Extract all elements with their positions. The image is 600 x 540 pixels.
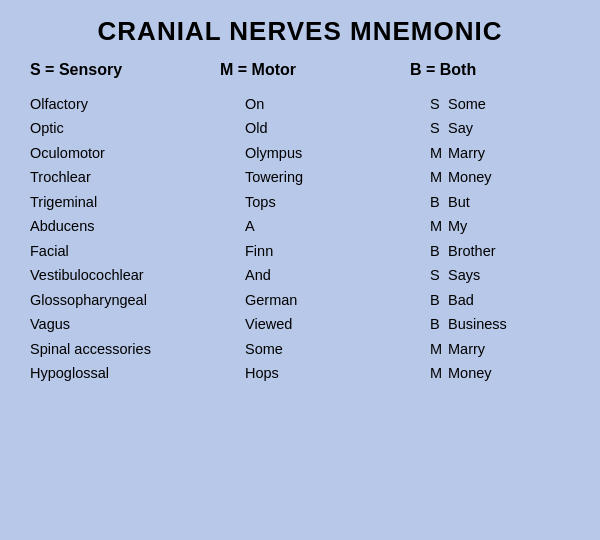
type-word: Business [448, 313, 580, 335]
type-entry: BBusiness [430, 313, 580, 335]
nerve-name: Vestibulocochlear [30, 264, 144, 286]
type-entry: MMoney [430, 166, 580, 188]
nerve-name: Optic [30, 117, 64, 139]
legend-both: B = Both [390, 61, 580, 79]
mnemonic-word: Viewed [245, 313, 292, 335]
mnemonic-entry: Towering [245, 166, 410, 188]
type-letter: B [430, 191, 448, 213]
nerve-entry: Hypoglossal [30, 362, 225, 384]
nerve-entry: Trochlear [30, 166, 225, 188]
type-letter: S [430, 117, 448, 139]
nerve-entry: Oculomotor [30, 142, 225, 164]
nerve-name: Facial [30, 240, 69, 262]
nerve-name: Glossopharyngeal [30, 289, 147, 311]
nerve-name: Oculomotor [30, 142, 105, 164]
nerve-entry: Facial [30, 240, 225, 262]
mnemonic-word: Olympus [245, 142, 302, 164]
mnemonic-word: Towering [245, 166, 303, 188]
type-letter: M [430, 215, 448, 237]
mnemonic-word: On [245, 93, 264, 115]
type-entry: BBrother [430, 240, 580, 262]
nerve-name: Abducens [30, 215, 95, 237]
mnemonic-entry: On [245, 93, 410, 115]
type-word: Says [448, 264, 580, 286]
type-letter: M [430, 362, 448, 384]
type-letter: B [430, 289, 448, 311]
type-letter: B [430, 240, 448, 262]
type-word: Money [448, 166, 580, 188]
mnemonic-entry: A [245, 215, 410, 237]
mnemonic-word: Hops [245, 362, 279, 384]
type-word: Some [448, 93, 580, 115]
mnemonic-entry: And [245, 264, 410, 286]
mnemonic-entry: German [245, 289, 410, 311]
type-entry: MMarry [430, 338, 580, 360]
nerves-column: OlfactoryOpticOculomotorTrochlearTrigemi… [20, 93, 225, 385]
mnemonic-entry: Finn [245, 240, 410, 262]
mnemonic-entry: Some [245, 338, 410, 360]
type-entry: BBut [430, 191, 580, 213]
type-letter: M [430, 166, 448, 188]
nerve-name: Hypoglossal [30, 362, 109, 384]
mnemonic-word: A [245, 215, 255, 237]
mnemonic-entry: Olympus [245, 142, 410, 164]
type-letter: M [430, 338, 448, 360]
type-entry: BBad [430, 289, 580, 311]
type-entry: SSays [430, 264, 580, 286]
nerve-entry: Abducens [30, 215, 225, 237]
legend-row: S = Sensory M = Motor B = Both [20, 61, 580, 79]
type-entry: MMoney [430, 362, 580, 384]
type-letter: B [430, 313, 448, 335]
mnemonic-entry: Hops [245, 362, 410, 384]
nerve-entry: Optic [30, 117, 225, 139]
type-entry: MMarry [430, 142, 580, 164]
nerve-name: Trochlear [30, 166, 91, 188]
nerve-entry: Spinal accessories [30, 338, 225, 360]
type-word: Say [448, 117, 580, 139]
type-word: Brother [448, 240, 580, 262]
nerve-name: Spinal accessories [30, 338, 151, 360]
mnemonic-word: German [245, 289, 297, 311]
type-word: But [448, 191, 580, 213]
mnemonic-word: Finn [245, 240, 273, 262]
mnemonic-word: Tops [245, 191, 276, 213]
nerve-entry: Glossopharyngeal [30, 289, 225, 311]
type-letter: S [430, 93, 448, 115]
type-word: Bad [448, 289, 580, 311]
type-entry: SSay [430, 117, 580, 139]
type-word: Marry [448, 338, 580, 360]
nerve-entry: Vestibulocochlear [30, 264, 225, 286]
nerve-name: Olfactory [30, 93, 88, 115]
mnemonic-word: Some [245, 338, 283, 360]
type-letter: M [430, 142, 448, 164]
main-container: CRANIAL NERVES MNEMONIC S = Sensory M = … [0, 0, 600, 540]
type-word: Money [448, 362, 580, 384]
page-title: CRANIAL NERVES MNEMONIC [20, 16, 580, 47]
type-entry: SSome [430, 93, 580, 115]
mnemonic-word: And [245, 264, 271, 286]
nerve-entry: Olfactory [30, 93, 225, 115]
mnemonic-word: Old [245, 117, 268, 139]
mnemonic-entry: Viewed [245, 313, 410, 335]
nerve-entry: Vagus [30, 313, 225, 335]
type-word: Marry [448, 142, 580, 164]
type-column: SSomeSSayMMarryMMoneyBButMMyBBrotherSSay… [410, 93, 580, 385]
legend-motor: M = Motor [200, 61, 390, 79]
nerve-name: Vagus [30, 313, 70, 335]
type-entry: MMy [430, 215, 580, 237]
type-letter: S [430, 264, 448, 286]
legend-sensory: S = Sensory [20, 61, 200, 79]
mnemonic-entry: Old [245, 117, 410, 139]
mnemonic-column: OnOldOlympusToweringTopsAFinnAndGermanVi… [225, 93, 410, 385]
content-columns: OlfactoryOpticOculomotorTrochlearTrigemi… [20, 93, 580, 385]
nerve-name: Trigeminal [30, 191, 97, 213]
nerve-entry: Trigeminal [30, 191, 225, 213]
type-word: My [448, 215, 580, 237]
mnemonic-entry: Tops [245, 191, 410, 213]
